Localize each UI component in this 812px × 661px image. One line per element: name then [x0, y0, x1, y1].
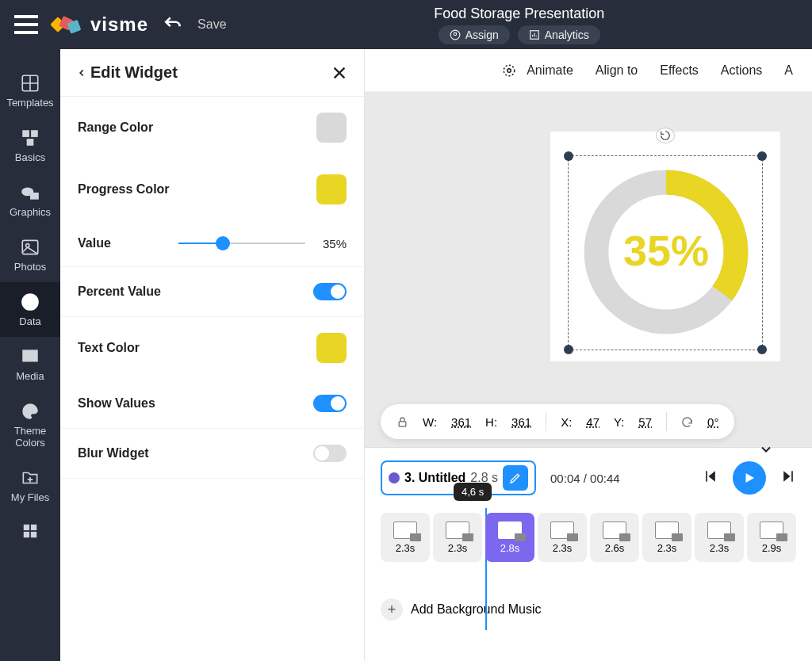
effects-button[interactable]: Effects [660, 63, 699, 78]
analytics-button[interactable]: Analytics [518, 25, 600, 44]
resize-handle-br[interactable] [757, 345, 767, 354]
timeline-item[interactable]: 2.3s [538, 513, 587, 562]
svg-marker-27 [746, 473, 755, 483]
svg-point-20 [508, 68, 511, 72]
svg-rect-11 [30, 193, 39, 200]
svg-rect-24 [399, 421, 406, 426]
svg-rect-29 [791, 471, 793, 481]
timeline-item[interactable]: 2.3s [695, 513, 744, 562]
edit-widget-panel: Edit Widget Range Color Progress Color V… [60, 49, 365, 661]
sidebar-item-media[interactable]: Media [0, 337, 60, 392]
x-label: X: [561, 415, 572, 429]
canvas-toolbar: Animate Align to Effects Actions A [365, 49, 812, 92]
y-value[interactable]: 57 [638, 415, 652, 429]
svg-rect-17 [31, 525, 36, 530]
svg-point-21 [504, 65, 515, 76]
save-button[interactable]: Save [197, 17, 226, 32]
timeline-item[interactable]: 2.3s [433, 513, 482, 562]
align-button[interactable]: Align to [596, 63, 638, 78]
add-music-label: Add Background Music [411, 602, 542, 617]
timeline-item[interactable]: 2.3s [642, 513, 691, 562]
blur-widget-label: Blur Widget [78, 446, 149, 460]
sidebar-item-templates[interactable]: Templates [0, 63, 60, 118]
playhead-tooltip: 4,6 s [454, 483, 492, 501]
svg-marker-28 [783, 471, 790, 481]
w-label: W: [423, 415, 437, 429]
undo-icon[interactable] [163, 14, 183, 35]
collapse-icon[interactable] [758, 441, 774, 460]
timeline-item[interactable]: 2.6s [590, 513, 639, 562]
range-color-label: Range Color [78, 120, 153, 135]
percent-value-label: Percent Value [78, 285, 161, 299]
text-color-label: Text Color [78, 341, 140, 355]
sidebar-item-photos[interactable]: Photos [0, 227, 60, 282]
svg-marker-26 [709, 471, 715, 481]
close-icon[interactable] [331, 64, 348, 82]
left-sidebar: Templates Basics Graphics Photos Data Me… [0, 49, 60, 661]
edit-slide-icon[interactable] [503, 465, 528, 491]
sidebar-item-data[interactable]: Data [0, 282, 60, 337]
panel-title: Edit Widget [90, 63, 178, 82]
brand-logo[interactable]: visme [52, 13, 148, 36]
svg-rect-9 [27, 139, 34, 146]
svg-rect-16 [24, 525, 29, 530]
percent-value-toggle[interactable] [313, 283, 347, 300]
y-label: Y: [614, 415, 624, 429]
slide-color-dot [389, 472, 400, 483]
resize-handle-bl[interactable] [564, 345, 573, 354]
time-display: 00:04 / 00:44 [550, 472, 620, 485]
range-color-swatch[interactable] [316, 113, 347, 143]
timeline-panel: 3. Untitled 2.8 s 00:04 / 00:44 4,6 s 2.… [365, 447, 812, 661]
svg-rect-0 [14, 15, 38, 18]
sidebar-item-my-files[interactable]: My Files [0, 458, 60, 513]
next-button[interactable] [780, 468, 796, 487]
header-center: Food Storage Presentation Assign Analyti… [241, 6, 798, 44]
sidebar-item-theme-colors[interactable]: Theme Colors [0, 392, 60, 458]
rotate-handle[interactable] [656, 128, 675, 143]
prev-button[interactable] [703, 468, 718, 487]
svg-rect-25 [706, 471, 707, 481]
svg-rect-2 [14, 31, 38, 34]
value-slider[interactable] [178, 243, 305, 244]
project-title[interactable]: Food Storage Presentation [241, 6, 798, 22]
add-music-button[interactable]: + Add Background Music [381, 598, 796, 621]
panel-back-button[interactable]: Edit Widget [76, 63, 178, 82]
rotation-value[interactable]: 0° [707, 415, 718, 429]
timeline-item[interactable]: 2.9s [747, 513, 796, 562]
progress-color-label: Progress Color [78, 182, 170, 197]
top-header: visme Save Food Storage Presentation Ass… [0, 0, 812, 49]
resize-handle-tr[interactable] [757, 151, 767, 161]
value-label: Value [78, 236, 111, 250]
svg-point-4 [454, 32, 457, 36]
canvas[interactable]: 35% W:361 H:361 X:47 Y:57 0° [365, 92, 812, 449]
lock-icon[interactable] [396, 416, 408, 428]
timeline-track[interactable]: 4,6 s 2.3s 2.3s 2.8s 2.3s 2.6s 2.3s 2.3s… [365, 508, 812, 567]
menu-icon[interactable] [14, 15, 38, 34]
animate-icon[interactable] [502, 63, 516, 78]
h-value[interactable]: 361 [511, 415, 531, 429]
show-values-toggle[interactable] [313, 395, 347, 412]
svg-rect-18 [24, 532, 29, 537]
selection-box[interactable] [568, 155, 763, 350]
w-value[interactable]: 361 [451, 415, 471, 429]
dimensions-bar: W:361 H:361 X:47 Y:57 0° [381, 404, 734, 439]
sidebar-item-apps[interactable] [0, 513, 60, 549]
timeline-item-active[interactable]: 2.8s [485, 513, 534, 562]
more-button[interactable]: A [784, 63, 793, 78]
h-label: H: [485, 415, 497, 429]
assign-button[interactable]: Assign [439, 25, 510, 44]
play-button[interactable] [733, 461, 766, 495]
blur-widget-toggle[interactable] [313, 445, 347, 462]
rotate-icon[interactable] [681, 416, 693, 428]
sidebar-item-basics[interactable]: Basics [0, 118, 60, 173]
actions-button[interactable]: Actions [721, 63, 762, 78]
x-value[interactable]: 47 [586, 415, 599, 429]
timeline-item[interactable]: 2.3s [381, 513, 430, 562]
resize-handle-tl[interactable] [564, 151, 573, 161]
progress-color-swatch[interactable] [316, 174, 347, 204]
brand-name: visme [90, 13, 148, 36]
text-color-swatch[interactable] [316, 333, 347, 363]
animate-button[interactable]: Animate [527, 63, 573, 78]
value-readout: 35% [316, 237, 347, 250]
sidebar-item-graphics[interactable]: Graphics [0, 173, 60, 227]
